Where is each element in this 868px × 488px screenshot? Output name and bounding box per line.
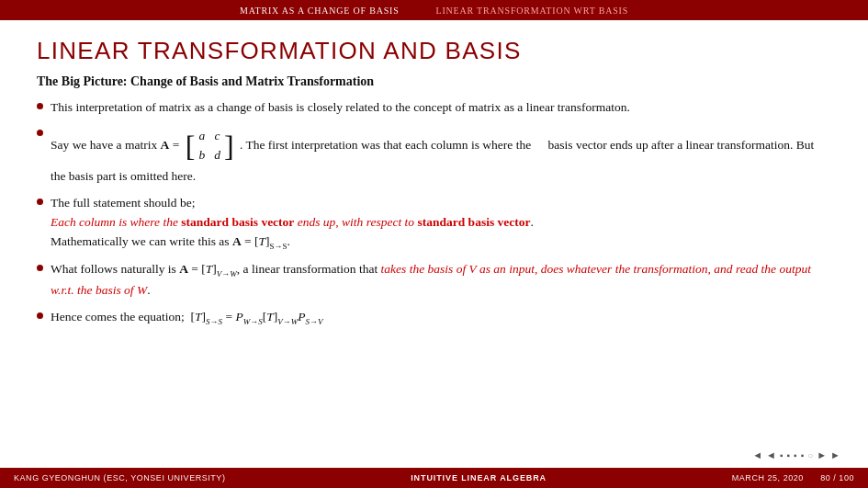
bullet-item-4: What follows naturally is A = [T]V→W, a … bbox=[37, 260, 831, 301]
math-A-bold-2: A bbox=[179, 262, 188, 276]
nav-icon-1[interactable]: ▪ bbox=[780, 450, 783, 460]
period: . bbox=[531, 215, 534, 229]
bullet-dot-3 bbox=[37, 199, 43, 205]
bracket-left: [ bbox=[186, 131, 196, 161]
right-arrow-2[interactable]: ► bbox=[830, 449, 840, 460]
nav-icon-5: ○ bbox=[807, 450, 813, 460]
matrix-c: c bbox=[214, 127, 220, 146]
bullet-dot-2 bbox=[37, 130, 43, 136]
bullet-item-5: Hence comes the equation; [T]S→S = PW→S[… bbox=[37, 308, 831, 329]
matrix-display: [ a c b d ] bbox=[186, 125, 234, 167]
matrix-d: d bbox=[214, 146, 220, 165]
top-navigation-bar: MATRIX AS A CHANGE OF BASIS Linear Trans… bbox=[0, 0, 868, 20]
footer-title: INTUITIVE LINEAR ALGEBRA bbox=[411, 473, 547, 482]
matrix-a: a bbox=[198, 127, 205, 146]
bullet-text-2: Say we have a matrix A = [ a c b d ] . T… bbox=[51, 125, 831, 187]
bracket-right: ] bbox=[224, 131, 234, 161]
footer-page-info: March 25, 2020 80 / 100 bbox=[732, 473, 854, 482]
bullet-text-4: What follows naturally is A = [T]V→W, a … bbox=[51, 260, 831, 301]
navigation-controls: ◄ ◄ ▪ ▪ ▪ ▪ ○ ► ► bbox=[752, 449, 840, 460]
slide-content: The Big Picture: Change of Basis and Mat… bbox=[0, 74, 868, 345]
nav-icon-2[interactable]: ▪ bbox=[787, 450, 791, 460]
bullet-item-2: Say we have a matrix A = [ a c b d ] . T… bbox=[37, 125, 831, 187]
footer-date: March 25, 2020 bbox=[732, 473, 804, 482]
footer-author: KANG GYEONGHUN (ESC, YONSEI UNIVERSITY) bbox=[14, 473, 225, 482]
nav-icon-3[interactable]: ▪ bbox=[794, 450, 797, 460]
footer-bar: KANG GYEONGHUN (ESC, YONSEI UNIVERSITY) … bbox=[0, 468, 868, 488]
sub-V-W-2: V→W bbox=[277, 316, 298, 325]
bullet-text-3: The full statement should be; Each colum… bbox=[51, 194, 831, 253]
bullet-item-3: The full statement should be; Each colum… bbox=[37, 194, 831, 253]
bullet-dot-4 bbox=[37, 265, 43, 271]
sub-S-V: S→V bbox=[305, 316, 322, 325]
sub-S-S: S→S bbox=[270, 241, 287, 250]
standard-basis-bold-2: standard basis vector bbox=[417, 215, 530, 229]
tab-linear-transform-wrt-basis[interactable]: Linear Transformation wrt Basis bbox=[436, 6, 629, 16]
left-arrow-2[interactable]: ◄ bbox=[766, 449, 776, 460]
section-heading: The Big Picture: Change of Basis and Mat… bbox=[37, 74, 831, 89]
sub-s-s-2: S→S bbox=[206, 316, 222, 325]
slide-title: LINEAR TRANSFORMATION AND BASIS bbox=[0, 20, 868, 74]
math-A-bold: A bbox=[232, 234, 242, 248]
red-italic-text-2: ends up, with respect to bbox=[294, 215, 417, 229]
bullet-list: This interpretation of matrix as a chang… bbox=[37, 98, 831, 328]
matrix-b: b bbox=[198, 146, 205, 165]
bullet-text-5: Hence comes the equation; [T]S→S = PW→S[… bbox=[51, 308, 831, 329]
bullet-item-1: This interpretation of matrix as a chang… bbox=[37, 98, 831, 118]
footer-page: 80 / 100 bbox=[820, 473, 854, 482]
red-italic-text-1: Each column is where the bbox=[51, 215, 181, 229]
bullet-text-1: This interpretation of matrix as a chang… bbox=[51, 98, 831, 118]
bullet-dot-1 bbox=[37, 103, 43, 109]
matrix-a-label: A bbox=[161, 138, 170, 152]
nav-icon-4[interactable]: ▪ bbox=[801, 450, 805, 460]
red-italic-long: takes the basis of V as an input, does w… bbox=[51, 262, 811, 297]
bullet-dot-5 bbox=[37, 312, 43, 319]
sub-V-W: V→W bbox=[217, 269, 237, 278]
next-arrow[interactable]: ► bbox=[817, 449, 827, 460]
tab-matrix-change-basis[interactable]: MATRIX AS A CHANGE OF BASIS bbox=[240, 6, 400, 16]
sub-W-S: W→S bbox=[243, 316, 263, 325]
matrix-grid: a c b d bbox=[195, 125, 224, 167]
standard-basis-bold-1: standard basis vector bbox=[181, 215, 294, 229]
prev-arrow[interactable]: ◄ bbox=[752, 449, 762, 460]
